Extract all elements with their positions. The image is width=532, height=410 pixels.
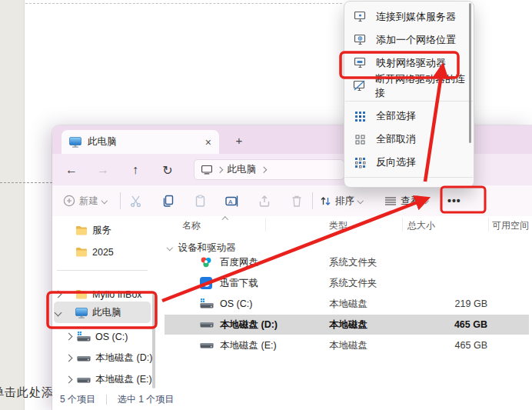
sidebar-item-disk-d[interactable]: 本地磁盘 (D:): [65, 348, 161, 368]
sidebar-item-folder[interactable]: 2025: [54, 242, 151, 262]
file-type: 系统文件夹: [329, 256, 377, 269]
sidebar-item-label: 本地磁盘 (D:): [95, 352, 152, 365]
view-button[interactable]: 查看: [384, 192, 428, 210]
file-row-thunder-download[interactable]: 迅雷下载 系统文件夹: [165, 273, 529, 293]
menu-item-add-network-location[interactable]: 添加一个网络位置: [344, 28, 474, 52]
toolbar-divider: [312, 192, 313, 209]
sort-button-label: 排序: [335, 195, 354, 208]
breadcrumb-this-pc[interactable]: 此电脑: [228, 163, 257, 176]
baidu-netdisk-icon: [200, 256, 214, 268]
file-size: 465 GB: [407, 340, 487, 351]
chevron-down-icon: [101, 198, 108, 204]
delete-button[interactable]: [288, 192, 306, 210]
file-size: 219 GB: [407, 298, 487, 309]
folder-icon: [75, 247, 88, 257]
file-name: 迅雷下载: [220, 277, 258, 290]
new-button[interactable]: 新建: [63, 192, 107, 210]
navigation-pane: 服务 2025 Mylio InBox: [52, 216, 157, 388]
select-all-icon: [353, 109, 367, 123]
column-header-type[interactable]: 类型: [329, 219, 347, 232]
menu-item-map-network-drive[interactable]: 映射网络驱动器: [344, 52, 474, 75]
sidebar-item-label: 服务: [92, 224, 111, 237]
drive-icon: [77, 375, 91, 385]
file-name: OS (C:): [220, 298, 252, 309]
menu-item-select-none[interactable]: 全部取消: [344, 128, 474, 151]
menu-item-disconnect-network-drive[interactable]: 断开网络驱动器的连接: [344, 75, 474, 98]
share-button[interactable]: [255, 192, 274, 210]
sidebar-item-this-pc[interactable]: 此电脑: [54, 302, 151, 323]
copy-button[interactable]: [158, 192, 177, 210]
file-row-baidu-netdisk[interactable]: 百度网盘 系统文件夹: [165, 252, 529, 272]
file-type: 本地磁盘: [329, 339, 367, 352]
sort-ascending-icon: [222, 216, 228, 222]
file-name: 本地磁盘 (D:): [220, 318, 278, 332]
tab-title: 此电脑: [88, 135, 117, 148]
address-bar[interactable]: 此电脑: [194, 159, 344, 180]
up-button[interactable]: ↑: [125, 160, 145, 180]
menu-item-connect-media-server[interactable]: 连接到媒体服务器: [344, 5, 474, 28]
sidebar-item-os-c[interactable]: OS (C:): [65, 326, 161, 347]
chevron-down-icon: [423, 198, 429, 204]
paste-button[interactable]: [191, 192, 209, 210]
sidebar-item-label: Mylio InBox: [92, 289, 142, 300]
sidebar-item-disk-e[interactable]: 本地磁盘 (E:): [65, 369, 161, 390]
column-divider[interactable]: [265, 218, 266, 232]
menu-item-label: 断开网络驱动器的连接: [375, 72, 465, 100]
menu-scrollbar[interactable]: [469, 3, 471, 143]
group-collapse-icon[interactable]: [167, 245, 173, 251]
cut-icon: [129, 195, 142, 208]
file-row-disk-d[interactable]: 本地磁盘 (D:) 本地磁盘 465 GB: [165, 315, 529, 335]
file-row-disk-e[interactable]: 本地磁盘 (E:) 本地磁盘 465 GB: [165, 335, 529, 355]
slide-placeholder-border-bottom: [0, 182, 52, 183]
expand-chevron-icon[interactable]: [54, 291, 62, 298]
menu-divider: [345, 101, 473, 102]
sort-button[interactable]: 排序: [320, 192, 363, 210]
share-icon: [258, 195, 271, 208]
menu-item-properties[interactable]: 属性: [344, 181, 474, 188]
context-menu: 连接到媒体服务器 添加一个网络位置 映射网络驱动器: [344, 1, 474, 188]
new-tab-button[interactable]: +: [231, 132, 248, 148]
refresh-button[interactable]: ↻: [158, 160, 178, 180]
expand-chevron-icon[interactable]: [65, 355, 72, 362]
column-header-total-size[interactable]: 总大小: [407, 219, 435, 232]
content-area: 服务 2025 Mylio InBox: [52, 216, 532, 388]
sidebar-item-label: OS (C:): [95, 332, 128, 342]
menu-item-label: 映射网络驱动器: [376, 56, 446, 70]
tab-close-icon[interactable]: ×: [205, 136, 211, 148]
collapse-chevron-icon[interactable]: [54, 309, 62, 317]
os-drive-icon: [77, 332, 91, 342]
sidebar-item-label: 2025: [92, 247, 114, 258]
column-header-free-space[interactable]: 可用空间: [492, 219, 529, 232]
invert-selection-icon: [353, 155, 367, 169]
plus-circle-icon: [63, 195, 75, 207]
expand-chevron-icon[interactable]: [65, 376, 72, 384]
sort-arrows-icon: [320, 195, 331, 207]
copy-icon: [161, 195, 175, 208]
menu-item-select-all[interactable]: 全部选择: [344, 105, 474, 128]
see-more-button[interactable]: •••: [447, 192, 461, 210]
screenshot-root: { "canvas": { "placeholder_text": "单击此处添…: [0, 0, 532, 410]
file-row-os-c[interactable]: OS (C:) 本地磁盘 219 GB: [165, 294, 529, 314]
status-divider: [106, 395, 107, 405]
expand-chevron-icon[interactable]: [65, 333, 72, 341]
column-divider[interactable]: [488, 218, 489, 232]
properties-icon: [353, 185, 367, 188]
sidebar-item-label: 本地磁盘 (E:): [95, 373, 152, 386]
menu-item-label: 反向选择: [376, 155, 416, 169]
back-button[interactable]: ←: [62, 160, 81, 180]
sidebar-scrollbar[interactable]: [152, 293, 155, 388]
network-location-icon: [353, 33, 367, 47]
view-list-icon: [384, 195, 397, 206]
rename-button[interactable]: A: [223, 192, 241, 210]
cut-button[interactable]: [126, 192, 145, 210]
file-type: 系统文件夹: [329, 277, 377, 290]
forward-button[interactable]: →: [93, 160, 113, 180]
column-divider[interactable]: [402, 218, 403, 232]
tab-this-pc[interactable]: 此电脑 ×: [62, 130, 219, 154]
file-type: 本地磁盘: [329, 298, 367, 311]
toolbar-divider: [120, 192, 121, 209]
sidebar-item-folder[interactable]: 服务: [54, 220, 151, 241]
column-header-name[interactable]: 名称: [182, 219, 201, 232]
paste-icon: [194, 195, 207, 208]
menu-item-invert-selection[interactable]: 反向选择: [344, 151, 474, 174]
